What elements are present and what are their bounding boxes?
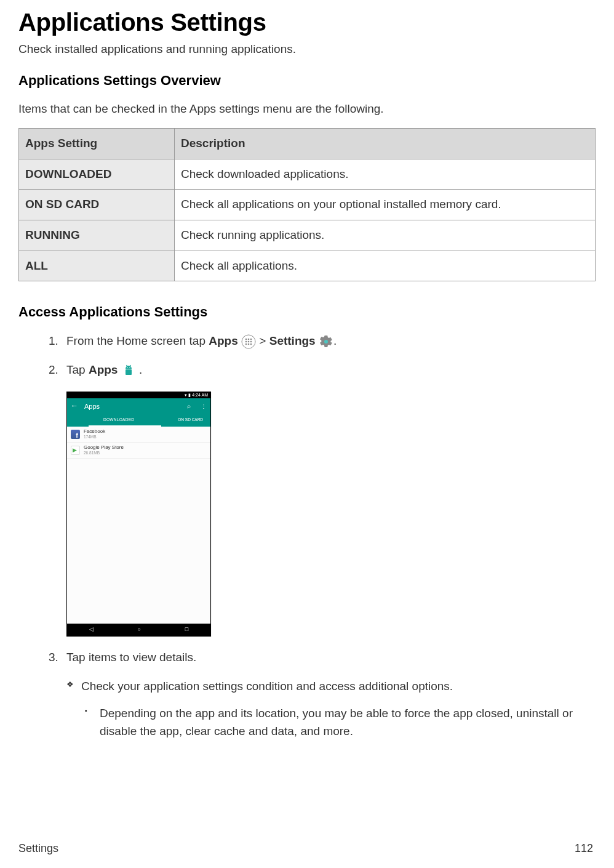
app-name: Google Play Store xyxy=(84,444,124,451)
page-title: Applications Settings xyxy=(18,6,596,38)
facebook-icon xyxy=(71,430,80,439)
playstore-icon xyxy=(71,446,80,455)
svg-point-3 xyxy=(250,339,252,340)
cell-desc: Check all applications. xyxy=(174,251,595,281)
svg-line-12 xyxy=(126,365,127,366)
overflow-menu-icon[interactable]: ⋮ xyxy=(201,402,207,410)
step-3: Tap items to view details. xyxy=(62,650,596,665)
overview-lead: Items that can be checked in the Apps se… xyxy=(18,102,596,117)
note-item: Check your application settings conditio… xyxy=(66,679,596,694)
access-heading: Access Applications Settings xyxy=(18,303,596,321)
svg-point-9 xyxy=(250,344,252,345)
status-bar: ▾ ▮ 4:24 AM xyxy=(67,392,210,398)
footer-page-number: 112 xyxy=(575,842,593,856)
cell-setting: DOWNLOADED xyxy=(19,159,175,190)
nav-bar: ◁ ○ □ xyxy=(67,624,210,636)
settings-icon xyxy=(319,334,333,349)
th-setting: Apps Setting xyxy=(19,128,175,159)
step-text: From the Home screen tap xyxy=(66,334,209,347)
svg-point-8 xyxy=(248,344,250,345)
nav-back-icon[interactable]: ◁ xyxy=(89,626,94,633)
android-apps-icon xyxy=(121,363,136,378)
step-bold: Settings xyxy=(269,334,316,347)
table-row: ON SD CARD Check all applications on you… xyxy=(19,190,596,220)
app-size: 174MB xyxy=(84,435,105,440)
svg-point-6 xyxy=(250,341,252,343)
th-description: Description xyxy=(174,128,595,159)
step-2: Tap Apps . xyxy=(62,363,596,378)
svg-point-7 xyxy=(245,344,247,345)
svg-point-1 xyxy=(245,339,247,340)
device-screenshot: ▾ ▮ 4:24 AM ← Apps ⌕ ⋮ DOWNLOADED ON SD … xyxy=(66,392,211,637)
settings-table: Apps Setting Description DOWNLOADED Chec… xyxy=(18,128,596,281)
cell-setting: ALL xyxy=(19,251,175,281)
svg-rect-11 xyxy=(126,369,132,375)
square-bullet-list: Depending on the app and its location, y… xyxy=(85,705,596,740)
cell-desc: Check running applications. xyxy=(174,220,595,251)
cell-setting: ON SD CARD xyxy=(19,190,175,220)
apps-icon xyxy=(241,334,256,349)
tab-on-sd-card[interactable]: ON SD CARD xyxy=(170,417,210,422)
app-header: ← Apps ⌕ ⋮ xyxy=(67,398,210,414)
svg-point-15 xyxy=(129,367,130,368)
step-text: . xyxy=(333,334,337,347)
nav-recent-icon[interactable]: □ xyxy=(185,626,188,633)
cell-desc: Check downloaded applications. xyxy=(174,159,595,190)
note-sub-item: Depending on the app and its location, y… xyxy=(85,705,596,740)
page-footer: Settings 112 xyxy=(18,842,593,856)
step-text: . xyxy=(136,363,143,376)
app-name: Facebook xyxy=(84,428,105,435)
cell-setting: RUNNING xyxy=(19,220,175,251)
step-text: > xyxy=(256,334,269,347)
tab-bar: DOWNLOADED ON SD CARD xyxy=(67,414,210,425)
svg-point-2 xyxy=(248,339,250,340)
back-arrow-icon[interactable]: ← xyxy=(71,401,78,411)
steps-list-continued: Tap items to view details. xyxy=(48,650,596,665)
step-bold: Apps xyxy=(209,334,238,347)
cell-desc: Check all applications on your optional … xyxy=(174,190,595,220)
wifi-icon: ▾ ▮ xyxy=(185,393,191,397)
app-row-facebook[interactable]: Facebook 174MB xyxy=(67,427,210,443)
overview-heading: Applications Settings Overview xyxy=(18,72,596,90)
step-1: From the Home screen tap Apps > Settings… xyxy=(62,334,596,349)
step-bold: Apps xyxy=(89,363,118,376)
table-row: ALL Check all applications. xyxy=(19,251,596,281)
svg-point-5 xyxy=(248,341,250,343)
diamond-bullet-list: Check your application settings conditio… xyxy=(66,679,596,694)
table-row: RUNNING Check running applications. xyxy=(19,220,596,251)
steps-list: From the Home screen tap Apps > Settings… xyxy=(48,334,596,378)
footer-section: Settings xyxy=(18,842,58,856)
app-size: 26.81MB xyxy=(84,451,124,456)
step-text: Tap xyxy=(66,363,89,376)
svg-line-13 xyxy=(130,365,130,366)
table-row: DOWNLOADED Check downloaded applications… xyxy=(19,159,596,190)
app-header-title: Apps xyxy=(84,402,177,411)
nav-home-icon[interactable]: ○ xyxy=(138,626,141,633)
app-row-playstore[interactable]: Google Play Store 26.81MB xyxy=(67,443,210,459)
tab-downloaded[interactable]: DOWNLOADED xyxy=(67,417,170,422)
page-subtitle: Check installed applications and running… xyxy=(18,42,596,57)
tab-indicator xyxy=(67,425,210,427)
svg-point-14 xyxy=(127,367,128,368)
svg-point-4 xyxy=(245,341,247,343)
search-icon[interactable]: ⌕ xyxy=(187,402,191,410)
status-time: 4:24 AM xyxy=(192,393,208,397)
svg-point-10 xyxy=(324,340,328,344)
